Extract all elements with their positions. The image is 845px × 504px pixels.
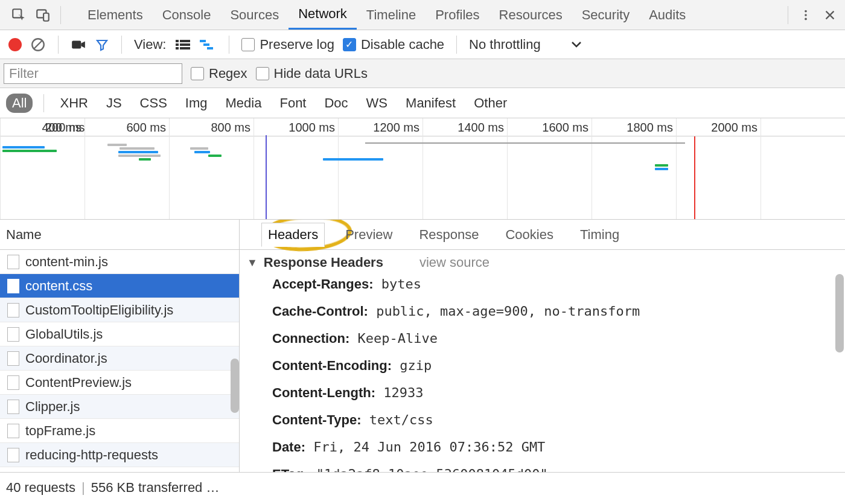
type-xhr[interactable]: XHR bbox=[55, 95, 92, 111]
tab-resources[interactable]: Resources bbox=[489, 0, 572, 30]
tab-console[interactable]: Console bbox=[153, 0, 221, 30]
tab-sources[interactable]: Sources bbox=[220, 0, 289, 30]
disclosure-triangle-icon[interactable]: ▼ bbox=[247, 257, 258, 269]
detail-tab-response[interactable]: Response bbox=[413, 223, 485, 246]
svg-rect-8 bbox=[176, 40, 179, 42]
close-icon[interactable] bbox=[820, 5, 840, 25]
header-line: ETag: "1da2af8-10aee-5360081045d00" bbox=[247, 461, 838, 472]
network-summary: 40 requests | 556 KB transferred … bbox=[0, 472, 845, 503]
detail-tab-preview[interactable]: Preview bbox=[339, 223, 398, 246]
network-split: Name content-min.js content.css CustomTo… bbox=[0, 220, 845, 472]
waterfall-bar bbox=[194, 151, 210, 153]
preserve-log-checkbox[interactable]: Preserve log bbox=[241, 37, 334, 53]
type-all[interactable]: All bbox=[6, 94, 33, 113]
tick-label: 1400 ms bbox=[458, 121, 504, 135]
tab-audits[interactable]: Audits bbox=[639, 0, 695, 30]
svg-rect-7 bbox=[72, 40, 81, 48]
type-img[interactable]: Img bbox=[180, 95, 212, 111]
file-name: CustomTooltipEligibility.js bbox=[25, 302, 173, 318]
tick-label: 800 ms bbox=[211, 121, 250, 135]
disable-cache-checkbox[interactable]: ✓ Disable cache bbox=[343, 37, 444, 53]
type-js[interactable]: JS bbox=[101, 95, 127, 111]
throttling-dropdown[interactable]: No throttling bbox=[469, 37, 582, 53]
request-row[interactable]: content.css bbox=[0, 274, 239, 298]
chevron-down-icon bbox=[571, 41, 582, 48]
waterfall-overview[interactable]: 200 ms 400 ms 600 ms 800 ms 1000 ms 1200… bbox=[0, 118, 845, 220]
scrollbar-thumb[interactable] bbox=[835, 274, 844, 352]
request-row[interactable]: CustomTooltipEligibility.js bbox=[0, 298, 239, 322]
hide-data-urls-checkbox[interactable]: Hide data URLs bbox=[256, 66, 368, 81]
filter-funnel-icon[interactable] bbox=[95, 37, 109, 52]
svg-rect-13 bbox=[180, 47, 190, 49]
waterfall-bar bbox=[118, 151, 158, 153]
header-key: Content-Encoding: bbox=[272, 358, 392, 373]
type-other[interactable]: Other bbox=[469, 95, 512, 111]
tab-timeline[interactable]: Timeline bbox=[357, 0, 426, 30]
file-name: ContentPreview.js bbox=[25, 375, 132, 391]
tab-elements[interactable]: Elements bbox=[78, 0, 153, 30]
divider bbox=[43, 94, 44, 112]
tab-profiles[interactable]: Profiles bbox=[426, 0, 489, 30]
tick-label: 400 ms bbox=[42, 121, 81, 135]
header-key: Accept-Ranges: bbox=[272, 276, 373, 292]
svg-rect-0 bbox=[13, 9, 21, 18]
inspect-icon[interactable] bbox=[8, 5, 29, 25]
tick-label: 2000 ms bbox=[711, 121, 757, 135]
file-name: content-min.js bbox=[25, 254, 108, 270]
request-rows: content-min.js content.css CustomTooltip… bbox=[0, 250, 239, 467]
divider bbox=[229, 36, 229, 54]
header-value: Fri, 24 Jun 2016 07:36:52 GMT bbox=[305, 439, 545, 455]
tick-label: 1000 ms bbox=[289, 121, 335, 135]
detail-tab-timing[interactable]: Timing bbox=[574, 223, 625, 246]
tab-network[interactable]: Network bbox=[289, 0, 357, 30]
detail-tab-headers[interactable]: Headers bbox=[261, 223, 325, 247]
regex-checkbox[interactable]: Regex bbox=[191, 66, 247, 81]
response-headers-section[interactable]: ▼ Response Headers view source bbox=[247, 255, 838, 270]
device-toggle-icon[interactable] bbox=[33, 5, 53, 25]
request-list: Name content-min.js content.css CustomTo… bbox=[0, 220, 240, 472]
header-line: Accept-Ranges: bytes bbox=[247, 270, 838, 298]
devtools-tabs: Elements Console Sources Network Timelin… bbox=[78, 0, 695, 30]
waterfall-load-line bbox=[694, 136, 695, 219]
request-row[interactable]: Coordinator.js bbox=[0, 346, 239, 371]
header-value: Keep-Alive bbox=[349, 331, 438, 346]
type-doc[interactable]: Doc bbox=[319, 95, 352, 111]
type-media[interactable]: Media bbox=[221, 95, 267, 111]
request-row[interactable]: reducing-http-requests bbox=[0, 443, 239, 467]
waterfall-playhead[interactable] bbox=[266, 135, 267, 219]
request-row[interactable]: GlobalUtils.js bbox=[0, 322, 239, 346]
record-button[interactable] bbox=[8, 38, 22, 51]
waterfall-bar bbox=[208, 155, 222, 157]
header-line: Date: Fri, 24 Jun 2016 07:36:52 GMT bbox=[247, 433, 838, 461]
view-list-icon[interactable] bbox=[174, 36, 191, 53]
header-line: Cache-Control: public, max-age=900, no-t… bbox=[247, 298, 838, 325]
request-row[interactable]: content-min.js bbox=[0, 250, 239, 274]
divider bbox=[456, 36, 457, 54]
filter-input[interactable] bbox=[4, 63, 182, 84]
svg-rect-11 bbox=[180, 43, 190, 46]
devtools-tab-bar: Elements Console Sources Network Timelin… bbox=[0, 0, 845, 30]
type-css[interactable]: CSS bbox=[135, 95, 172, 111]
request-row[interactable]: topFrame.js bbox=[0, 419, 239, 443]
tab-security[interactable]: Security bbox=[572, 0, 639, 30]
request-row[interactable]: Clipper.js bbox=[0, 395, 239, 419]
type-manifest[interactable]: Manifest bbox=[401, 95, 461, 111]
file-name: topFrame.js bbox=[25, 423, 95, 439]
svg-rect-16 bbox=[207, 47, 213, 49]
name-column-header[interactable]: Name bbox=[0, 220, 239, 250]
summary-transferred: 556 KB transferred … bbox=[91, 480, 220, 496]
clear-icon[interactable] bbox=[30, 37, 46, 53]
waterfall-bar bbox=[2, 150, 57, 152]
scrollbar-thumb[interactable] bbox=[231, 359, 239, 413]
type-font[interactable]: Font bbox=[275, 95, 311, 111]
detail-tab-cookies[interactable]: Cookies bbox=[499, 223, 559, 246]
throttling-value: No throttling bbox=[469, 37, 541, 53]
type-ws[interactable]: WS bbox=[362, 95, 392, 111]
header-key: Content-Length: bbox=[272, 385, 375, 400]
view-waterfall-icon[interactable] bbox=[200, 36, 217, 53]
request-row[interactable]: ContentPreview.js bbox=[0, 371, 239, 395]
view-source-link[interactable]: view source bbox=[419, 255, 489, 270]
camera-icon[interactable] bbox=[71, 39, 86, 51]
tick-label: 1200 ms bbox=[373, 121, 419, 135]
kebab-menu-icon[interactable] bbox=[796, 5, 816, 25]
